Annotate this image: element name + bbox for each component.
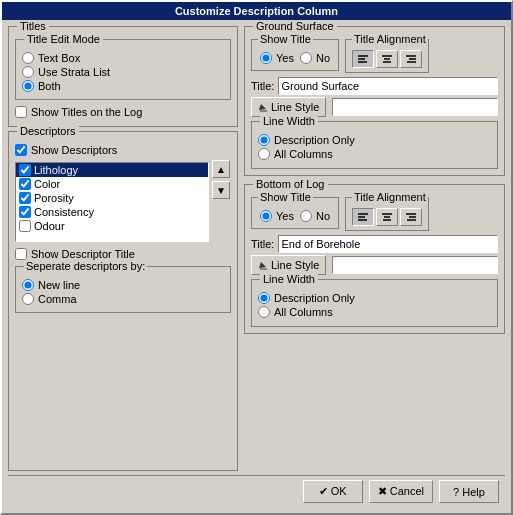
- bol-yes-row: Yes: [260, 210, 294, 222]
- gs-desc-only-radio[interactable]: [258, 134, 270, 146]
- bottom-of-log-group: Bottom of Log Show Title Yes: [244, 184, 505, 334]
- radio-strata-input[interactable]: [22, 66, 34, 78]
- gs-yes-row: Yes: [260, 52, 294, 64]
- bol-line-style-button[interactable]: Line Style: [251, 255, 326, 275]
- move-up-button[interactable]: ▲: [212, 160, 230, 178]
- list-item-odour-checkbox: [19, 220, 31, 232]
- radio-both-input[interactable]: [22, 80, 34, 92]
- bol-align-right-button[interactable]: [400, 208, 422, 226]
- radio-newline-input[interactable]: [22, 279, 34, 291]
- bol-align-center-button[interactable]: [376, 208, 398, 226]
- radio-text-box-label: Text Box: [38, 52, 80, 64]
- bol-no-label: No: [316, 210, 330, 222]
- align-left-icon: [357, 54, 369, 64]
- bol-yes-label: Yes: [276, 210, 294, 222]
- radio-comma: Comma: [22, 293, 224, 305]
- pencil-icon: [258, 260, 268, 270]
- descriptors-list[interactable]: Lithology Color Porosity: [15, 162, 209, 242]
- bol-desc-only-row: Description Only: [258, 292, 491, 304]
- bol-title-alignment-label: Title Alignment: [352, 191, 428, 203]
- gs-line-style-button[interactable]: Line Style: [251, 97, 326, 117]
- show-titles-row: Show Titles on the Log: [15, 106, 231, 118]
- bol-line-style-row: Line Style: [251, 255, 498, 275]
- radio-both: Both: [22, 80, 224, 92]
- gs-line-style-row: Line Style: [251, 97, 498, 117]
- bol-desc-only-label: Description Only: [274, 292, 355, 304]
- gs-all-cols-label: All Columns: [274, 148, 333, 160]
- align-center-icon: [381, 54, 393, 64]
- descriptors-list-section: Lithology Color Porosity: [15, 158, 231, 246]
- align-right-icon: [405, 212, 417, 222]
- bol-title-input[interactable]: [278, 235, 498, 253]
- titles-group-label: Titles: [17, 20, 49, 32]
- pencil-icon: [258, 102, 268, 112]
- gs-line-width-label: Line Width: [260, 115, 318, 127]
- help-button[interactable]: ? Help: [439, 480, 499, 503]
- align-center-icon: [381, 212, 393, 222]
- align-right-icon: [405, 54, 417, 64]
- descriptors-group: Descriptors Show Descriptors Lithology: [8, 131, 238, 471]
- gs-yes-radio[interactable]: [260, 52, 272, 64]
- radio-text-box-input[interactable]: [22, 52, 34, 64]
- gs-title-input[interactable]: [278, 77, 498, 95]
- separate-group: Seperate descriptors by: New line Comma: [15, 266, 231, 313]
- radio-comma-input[interactable]: [22, 293, 34, 305]
- bol-show-title-inner: Show Title Yes No: [251, 197, 339, 229]
- separate-group-label: Seperate descriptors by:: [24, 260, 147, 272]
- bol-yes-radio[interactable]: [260, 210, 272, 222]
- gs-align-right-button[interactable]: [400, 50, 422, 68]
- radio-strata: Use Strata List: [22, 66, 224, 78]
- list-item-odour[interactable]: Odour: [16, 219, 208, 233]
- list-item-porosity[interactable]: Porosity: [16, 191, 208, 205]
- bottom-of-log-label: Bottom of Log: [253, 178, 328, 190]
- right-column: Ground Surface Show Title Yes: [244, 26, 505, 471]
- bol-title-alignment-inner: Title Alignment: [345, 197, 429, 231]
- list-item-color[interactable]: Color: [16, 177, 208, 191]
- list-item-color-checkbox: [19, 178, 31, 190]
- radio-both-label: Both: [38, 80, 61, 92]
- gs-show-title-label: Show Title: [258, 33, 313, 45]
- title-edit-mode-group: Title Edit Mode Text Box Use Strata List…: [15, 39, 231, 100]
- show-titles-checkbox[interactable]: [15, 106, 27, 118]
- radio-text-box: Text Box: [22, 52, 224, 64]
- gs-align-left-button[interactable]: [352, 50, 374, 68]
- gs-all-cols-row: All Columns: [258, 148, 491, 160]
- gs-align-center-button[interactable]: [376, 50, 398, 68]
- list-item-lithology-checkbox: [19, 164, 31, 176]
- gs-align-btns: [352, 50, 422, 68]
- radio-newline: New line: [22, 279, 224, 291]
- bol-desc-only-radio[interactable]: [258, 292, 270, 304]
- gs-title-field-label: Title:: [251, 80, 274, 92]
- gs-no-label: No: [316, 52, 330, 64]
- gs-no-radio[interactable]: [300, 52, 312, 64]
- left-column: Titles Title Edit Mode Text Box Use Stra…: [8, 26, 238, 471]
- show-descriptors-row: Show Descriptors: [15, 144, 231, 156]
- gs-no-row: No: [300, 52, 330, 64]
- show-descriptor-title-checkbox[interactable]: [15, 248, 27, 260]
- gs-yes-label: Yes: [276, 52, 294, 64]
- cancel-button[interactable]: ✖ Cancel: [369, 480, 433, 503]
- arrow-buttons: ▲ ▼: [212, 160, 230, 199]
- bol-line-preview: [332, 256, 498, 274]
- show-descriptors-checkbox[interactable]: [15, 144, 27, 156]
- gs-desc-only-row: Description Only: [258, 134, 491, 146]
- bol-align-left-button[interactable]: [352, 208, 374, 226]
- gs-line-preview: [332, 98, 498, 116]
- move-down-button[interactable]: ▼: [212, 181, 230, 199]
- bol-line-width-label: Line Width: [260, 273, 318, 285]
- show-titles-label: Show Titles on the Log: [31, 106, 142, 118]
- gs-title-row: Title:: [251, 77, 498, 95]
- gs-show-title-section: Show Title Yes No: [251, 39, 498, 73]
- list-item-lithology[interactable]: Lithology: [16, 163, 208, 177]
- list-item-consistency[interactable]: Consistency: [16, 205, 208, 219]
- ok-button[interactable]: ✔ OK: [303, 480, 363, 503]
- bol-no-radio[interactable]: [300, 210, 312, 222]
- list-item-consistency-checkbox: [19, 206, 31, 218]
- gs-all-cols-radio[interactable]: [258, 148, 270, 160]
- radio-strata-label: Use Strata List: [38, 66, 110, 78]
- bol-title-field-label: Title:: [251, 238, 274, 250]
- gs-show-title-inner: Show Title Yes No: [251, 39, 339, 71]
- bol-all-cols-radio[interactable]: [258, 306, 270, 318]
- ground-surface-group: Ground Surface Show Title Yes: [244, 26, 505, 176]
- descriptors-group-label: Descriptors: [17, 125, 79, 137]
